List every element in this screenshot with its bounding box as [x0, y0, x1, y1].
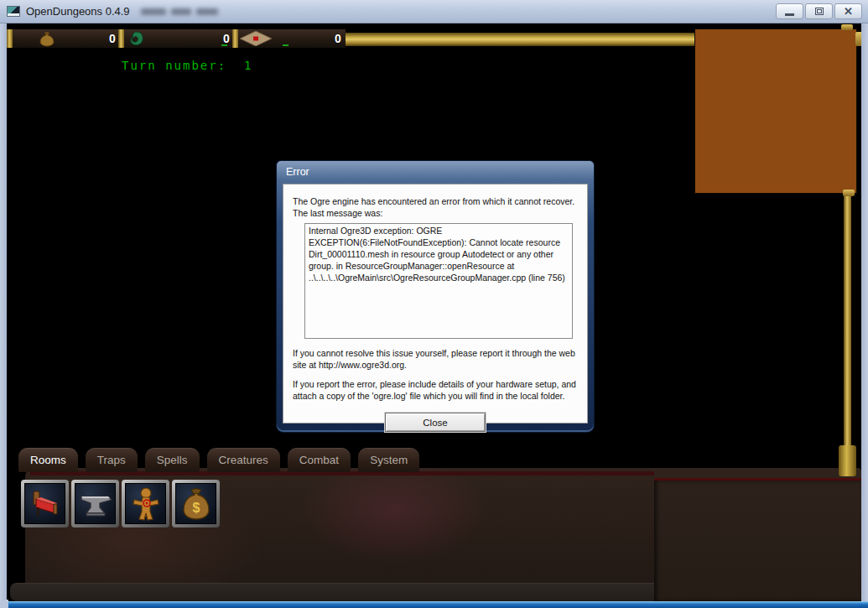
gold-separator	[7, 29, 13, 48]
window-frame-left	[0, 23, 7, 601]
territory-icon	[240, 31, 272, 49]
workshop-button[interactable]	[71, 480, 119, 527]
turn-number-label: Turn number: 1	[122, 59, 252, 72]
maximize-button[interactable]	[805, 3, 833, 19]
error-dialog-title[interactable]: Error	[277, 161, 594, 184]
hud-tick	[221, 44, 227, 46]
error-report-text: If you report the error, please include …	[293, 378, 578, 402]
gold-separator	[232, 29, 238, 48]
error-intro-text: The Ogre engine has encountered an error…	[293, 195, 578, 219]
gold-bag-icon	[37, 30, 57, 50]
tab-label: Traps	[97, 454, 126, 466]
anvil-icon	[78, 487, 113, 521]
tab-label: Combat	[299, 454, 339, 466]
treasury-button[interactable]: $	[172, 480, 220, 527]
minimize-icon	[785, 13, 794, 16]
window-frame-corner	[0, 600, 8, 608]
gold-rail-horizontal	[346, 33, 694, 46]
tab-label: Rooms	[30, 454, 66, 466]
minimize-button[interactable]	[776, 3, 803, 19]
close-button[interactable]: Close	[385, 413, 486, 432]
tab-rooms[interactable]: Rooms	[18, 448, 78, 472]
close-window-button[interactable]: ✕	[834, 3, 862, 19]
training-dummy-icon	[129, 486, 163, 522]
tab-label: Spells	[157, 454, 188, 466]
territory-count: 0	[335, 32, 341, 45]
tab-system[interactable]: System	[358, 448, 419, 472]
mana-icon	[127, 30, 147, 50]
minimap[interactable]	[694, 29, 857, 194]
error-dialog: Error The Ogre engine has encountered an…	[277, 161, 594, 432]
hud-tick	[283, 44, 288, 46]
window-controls: ✕	[774, 3, 862, 19]
window-frame-bottom	[0, 601, 868, 608]
app-icon	[7, 6, 20, 17]
gold-pole	[844, 194, 851, 447]
tab-label: Creatures	[219, 454, 268, 466]
tab-traps[interactable]: Traps	[86, 448, 138, 472]
gold-pole-knob	[839, 445, 856, 476]
gold-separator	[118, 29, 124, 48]
error-dialog-body: The Ogre engine has encountered an error…	[283, 184, 588, 424]
resource-bar: 0 0 0	[7, 29, 346, 48]
dormitory-button[interactable]	[21, 480, 69, 527]
money-bag-icon: $	[179, 486, 213, 522]
tab-combat[interactable]: Combat	[288, 448, 351, 472]
error-web-text: If you cannot resolve this issue yoursel…	[293, 347, 578, 371]
gold-count: 0	[109, 32, 116, 45]
rooms-toolbar: $	[21, 480, 220, 527]
window-frame-right	[861, 23, 868, 601]
titlebar[interactable]: OpenDungeons 0.4.9 ✕	[0, 0, 868, 23]
gold-peg-icon	[841, 24, 853, 30]
svg-text:$: $	[192, 501, 200, 515]
tab-creatures[interactable]: Creatures	[207, 448, 280, 472]
bed-icon	[29, 487, 62, 521]
tab-label: System	[370, 454, 408, 466]
close-icon: ✕	[844, 6, 853, 17]
window-title: OpenDungeons 0.4.9	[26, 5, 130, 18]
blurred-watermark	[141, 7, 221, 17]
maximize-icon	[815, 8, 824, 15]
bottom-right-panel	[654, 478, 861, 601]
error-message-box[interactable]: Internal Ogre3D exception: OGRE EXCEPTIO…	[304, 223, 573, 339]
opendungeons-window: OpenDungeons 0.4.9 ✕ 0 0 0	[0, 0, 868, 608]
tab-spells[interactable]: Spells	[145, 448, 200, 472]
hud-tab-bar: Rooms Traps Spells Creatures Combat Syst…	[18, 448, 419, 472]
gold-peg-icon	[843, 190, 855, 196]
mana-count: 0	[223, 32, 230, 45]
training-room-button[interactable]	[122, 480, 169, 527]
